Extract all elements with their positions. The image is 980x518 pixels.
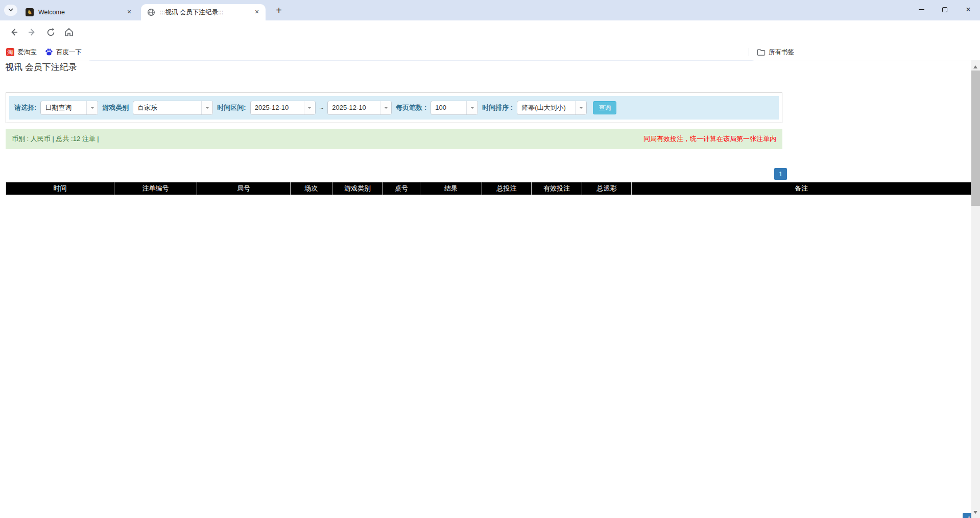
per-page-select[interactable]: 100: [431, 101, 478, 115]
back-icon: [9, 27, 19, 37]
chevron-down-icon[interactable]: [304, 101, 315, 114]
column-header: 游戏类别: [332, 182, 383, 195]
game-type-select[interactable]: 百家乐: [133, 101, 213, 115]
tab-title: Welcome: [38, 9, 125, 16]
query-type-select[interactable]: 日期查询: [40, 101, 98, 115]
maximize-icon: [942, 7, 947, 12]
scroll-down-icon[interactable]: [973, 511, 977, 516]
back-button[interactable]: [7, 27, 20, 37]
table-header-row: 时间注单编号局号场次游戏类别桌号结果总投注有效投注总派彩备注: [6, 182, 971, 195]
maximize-button[interactable]: [933, 0, 957, 19]
new-tab-button[interactable]: +: [273, 5, 285, 17]
close-tab-icon[interactable]: ×: [125, 8, 134, 17]
column-header: 有效投注: [532, 182, 582, 195]
vertical-scrollbar[interactable]: [971, 60, 980, 518]
column-header: 场次: [291, 182, 332, 195]
per-page-value: 100: [431, 101, 466, 114]
chevron-down-icon[interactable]: [466, 101, 477, 114]
tab-title: :::视讯 会员下注纪录:::: [160, 8, 252, 17]
browser-toolbar: 66cxkj98.com/game/betrecord_search/kind3…: [0, 20, 980, 44]
chevron-down-icon: [8, 6, 14, 15]
date-start-select[interactable]: 2025-12-10: [250, 101, 316, 115]
select-label: 请选择:: [14, 103, 36, 112]
forward-button[interactable]: [26, 27, 39, 37]
filter-panel: 请选择: 日期查询 游戏类别 百家乐 时间区间: 2025-12-10 ~ 20…: [6, 92, 782, 123]
currency-summary: 币别 : 人民币 | 总共 :12 注单 |: [12, 134, 99, 144]
search-button[interactable]: 查询: [593, 101, 616, 114]
game-type-value: 百家乐: [133, 101, 201, 114]
column-header: 时间: [6, 182, 114, 195]
reload-icon: [46, 28, 56, 37]
forward-icon: [27, 27, 37, 37]
globe-icon: [147, 8, 155, 16]
minimize-button[interactable]: [910, 0, 933, 19]
bookmarks-divider: [749, 48, 749, 56]
minimize-icon: [919, 9, 924, 10]
date-end-select[interactable]: 2025-12-10: [327, 101, 392, 115]
date-range-label: 时间区间:: [217, 103, 246, 112]
close-tab-icon[interactable]: ×: [252, 8, 261, 17]
taobao-icon: 淘: [6, 48, 14, 56]
scrollbar-thumb[interactable]: [971, 70, 980, 206]
bookmark-label: 爱淘宝: [17, 48, 37, 57]
tab-welcome[interactable]: ♞ Welcome ×: [19, 4, 138, 20]
valid-bet-note: 同局有效投注，统一计算在该局第一张注单内: [643, 134, 776, 144]
close-icon: ×: [966, 7, 970, 12]
column-header: 总派彩: [582, 182, 632, 195]
reload-button[interactable]: [44, 27, 57, 37]
page-number-button[interactable]: 1: [774, 168, 787, 180]
column-header: 桌号: [383, 182, 420, 195]
baidu-paw-icon: [45, 48, 53, 56]
tab-strip: ♞ Welcome × :::视讯 会员下注纪录::: × + ×: [0, 0, 980, 20]
column-header: 局号: [197, 182, 291, 195]
folder-icon: [757, 49, 766, 56]
bookmark-taobao[interactable]: 淘 爱淘宝: [6, 47, 37, 57]
summary-bar: 币别 : 人民币 | 总共 :12 注单 | 同局有效投注，统一计算在该局第一张…: [6, 129, 782, 149]
window-controls: ×: [910, 0, 980, 19]
query-type-value: 日期查询: [41, 101, 86, 114]
all-bookmarks-button[interactable]: 所有书签: [757, 47, 794, 57]
bookmark-label: 百度一下: [56, 48, 82, 57]
per-page-label: 每页笔数 :: [396, 103, 426, 112]
tab-betrecord[interactable]: :::视讯 会员下注纪录::: ×: [141, 4, 266, 20]
welcome-favicon-icon: ♞: [26, 8, 34, 16]
column-header: 注单编号: [114, 182, 197, 195]
column-header: 备注: [632, 182, 971, 195]
page-title: 视讯 会员下注纪录: [5, 61, 77, 73]
bet-record-table-wrap: 时间注单编号局号场次游戏类别桌号结果总投注有效投注总派彩备注: [6, 182, 971, 195]
bookmarks-bar: 淘 爱淘宝 百度一下 所有书签: [0, 44, 980, 60]
close-window-button[interactable]: ×: [957, 0, 980, 19]
scroll-up-icon[interactable]: [973, 63, 977, 68]
home-icon: [64, 27, 74, 37]
chevron-down-icon[interactable]: [575, 101, 586, 114]
game-type-label: 游戏类别: [102, 103, 129, 112]
sort-select[interactable]: 降幂(由大到小): [517, 101, 587, 115]
chevron-down-icon[interactable]: [86, 101, 98, 114]
date-start-value: 2025-12-10: [251, 101, 304, 114]
column-header: 总投注: [482, 182, 532, 195]
bookmark-baidu[interactable]: 百度一下: [45, 47, 82, 57]
bet-record-table: 时间注单编号局号场次游戏类别桌号结果总投注有效投注总派彩备注: [6, 182, 971, 195]
all-bookmarks-label: 所有书签: [769, 48, 794, 57]
date-end-value: 2025-12-10: [328, 101, 380, 114]
home-button[interactable]: [62, 27, 76, 37]
range-separator: ~: [320, 104, 324, 112]
chevron-down-icon[interactable]: [201, 101, 212, 114]
sort-value: 降幂(由大到小): [517, 101, 575, 114]
tab-search-button[interactable]: [4, 5, 17, 16]
column-header: 结果: [420, 182, 482, 195]
sort-label: 时间排序 :: [482, 103, 513, 112]
filter-strip: 请选择: 日期查询 游戏类别 百家乐 时间区间: 2025-12-10 ~ 20…: [9, 96, 779, 120]
chevron-down-icon[interactable]: [380, 101, 391, 114]
